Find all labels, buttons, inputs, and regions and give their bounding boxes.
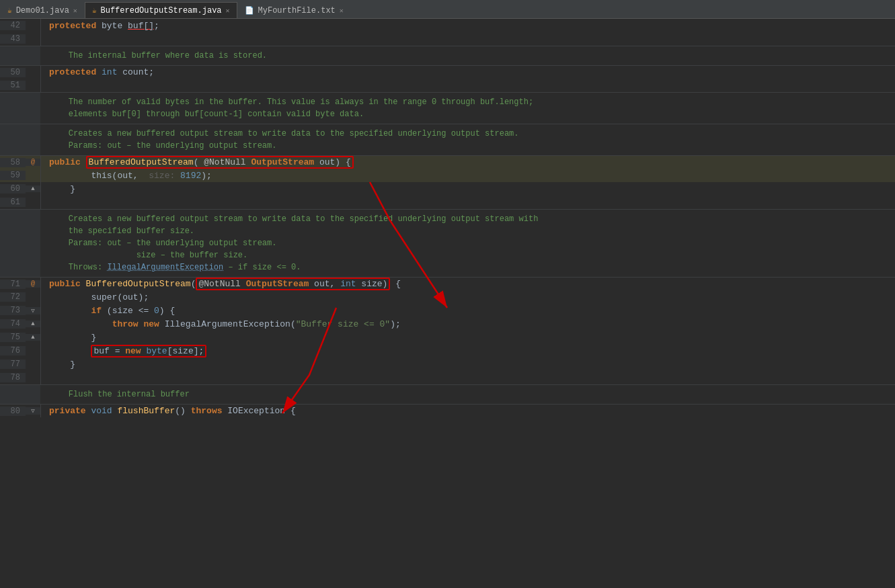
doc-ln-4 xyxy=(0,210,26,277)
line-row-60: 60 ▲ } xyxy=(0,182,895,196)
gutter-sep-51 xyxy=(40,79,41,92)
doc-ln-3 xyxy=(0,124,26,155)
line-row-73: 73 ▽ if (size <= 0) { xyxy=(0,304,895,317)
ln-77: 77 xyxy=(0,360,26,369)
code-76[interactable]: buf = new byte[size]; xyxy=(41,345,895,358)
line-row-74: 74 ▲ throw new IllegalArgumentException(… xyxy=(0,317,895,331)
doc-ln-1 xyxy=(0,46,26,65)
line-row-58: 58 @ public BufferedOutputStream( @NotNu… xyxy=(0,155,895,169)
line-row-51: 51 xyxy=(0,79,895,92)
line-row-71: 71 @ public BufferedOutputStream(@NotNul… xyxy=(0,277,895,290)
tab-close-myfourth[interactable]: ✕ xyxy=(340,7,344,15)
tab-label-myfourth: MyFourthFile.txt xyxy=(258,6,336,15)
code-73[interactable]: if (size <= 0) { xyxy=(41,306,895,316)
gutter-icons-75: ▲ xyxy=(26,334,40,341)
ln-78: 78 xyxy=(0,373,26,382)
doc-ln-5 xyxy=(0,385,26,404)
tab-label-demo01: Demo01.java xyxy=(16,6,69,15)
ln-50: 50 xyxy=(0,68,26,77)
doc-ln-2 xyxy=(0,93,26,124)
line-row-72: 72 super(out); xyxy=(0,290,895,304)
ln-74: 74 xyxy=(0,319,26,329)
tab-demo01[interactable]: ☕ Demo01.java ✕ xyxy=(0,2,85,18)
line-row-43: 43 xyxy=(0,32,895,46)
line-row-77: 77 } xyxy=(0,358,895,371)
code-71[interactable]: public BufferedOutputStream(@NotNull Out… xyxy=(41,278,895,290)
ln-42: 42 xyxy=(0,21,26,30)
doc-text-4: Creates a new buffered output stream to … xyxy=(41,210,538,277)
doc-gutter-2 xyxy=(26,93,40,124)
doc-text-5: Flush the internal buffer xyxy=(41,385,190,404)
code-72[interactable]: super(out); xyxy=(41,292,895,302)
ln-80: 80 xyxy=(0,407,26,416)
doc-section-2: The number of valid bytes in the buffer.… xyxy=(0,92,895,124)
gutter-icons-71: @ xyxy=(26,280,40,288)
code-42[interactable]: protected byte buf[]; xyxy=(41,21,895,31)
tab-label-buffered: BufferedOutputStream.java xyxy=(101,6,222,15)
line-row-61: 61 xyxy=(0,196,895,209)
code-75[interactable]: } xyxy=(41,333,895,343)
line-row-78: 78 xyxy=(0,371,895,384)
editor-main: 42 protected byte buf[]; 43 xyxy=(0,19,895,588)
ln-58: 58 xyxy=(0,158,26,167)
gutter-sep-78 xyxy=(40,371,41,384)
ln-51: 51 xyxy=(0,81,26,90)
ln-59: 59 xyxy=(0,171,26,180)
tab-close-buffered[interactable]: ✕ xyxy=(226,7,230,15)
tab-buffered[interactable]: ☕ BufferedOutputStream.java ✕ xyxy=(85,2,237,18)
line-row-76: 76 buf = new byte[size]; xyxy=(0,344,895,358)
ln-73: 73 xyxy=(0,306,26,315)
line-row-80: 80 ▽ private void flushBuffer() throws I… xyxy=(0,404,895,417)
gutter-icons-74: ▲ xyxy=(26,321,40,327)
all-lines: 42 protected byte buf[]; 43 xyxy=(0,19,895,417)
line-row-50: 50 protected int count; xyxy=(0,65,895,79)
line-row-42: 42 protected byte buf[]; xyxy=(0,19,895,32)
tab-icon-buffered: ☕ xyxy=(92,6,97,15)
tab-icon-myfourth: 📄 xyxy=(245,6,254,15)
editor: 42 protected byte buf[]; 43 xyxy=(0,19,895,588)
tab-bar: ☕ Demo01.java ✕ ☕ BufferedOutputStream.j… xyxy=(0,0,895,19)
doc-section-4: Creates a new buffered output stream to … xyxy=(0,209,895,277)
code-59[interactable]: this(out, size: 8192); xyxy=(41,171,895,181)
ln-76: 76 xyxy=(0,346,26,355)
doc-gutter-5 xyxy=(26,385,40,404)
ln-75: 75 xyxy=(0,333,26,342)
tab-icon-demo01: ☕ xyxy=(7,6,12,15)
doc-gutter-1 xyxy=(26,46,40,65)
ln-72: 72 xyxy=(0,292,26,302)
doc-gutter-4 xyxy=(26,210,40,277)
code-58[interactable]: public BufferedOutputStream( @NotNull Ou… xyxy=(41,156,895,169)
line-row-59: 59 this(out, size: 8192); xyxy=(0,169,895,182)
ln-43: 43 xyxy=(0,34,26,44)
code-77[interactable]: } xyxy=(41,360,895,370)
gutter-icons-80: ▽ xyxy=(26,407,40,415)
doc-text-3: Creates a new buffered output stream to … xyxy=(41,124,519,155)
line-row-75: 75 ▲ } xyxy=(0,331,895,344)
ln-60: 60 xyxy=(0,184,26,194)
doc-text-1: The internal buffer where data is stored… xyxy=(41,46,267,65)
code-80[interactable]: private void flushBuffer() throws IOExce… xyxy=(41,406,895,416)
gutter-icons-60: ▲ xyxy=(26,185,40,192)
doc-section-5: Flush the internal buffer xyxy=(0,384,895,404)
gutter-icons-58: @ xyxy=(26,159,40,166)
code-74[interactable]: throw new IllegalArgumentException("Buff… xyxy=(41,319,895,329)
tab-close-demo01[interactable]: ✕ xyxy=(73,7,77,15)
doc-gutter-3 xyxy=(26,124,40,155)
gutter-icons-73: ▽ xyxy=(26,307,40,314)
code-60[interactable]: } xyxy=(41,184,895,194)
doc-text-2: The number of valid bytes in the buffer.… xyxy=(41,93,533,124)
ln-61: 61 xyxy=(0,198,26,207)
doc-section-3: Creates a new buffered output stream to … xyxy=(0,124,895,155)
code-50[interactable]: protected int count; xyxy=(41,67,895,77)
gutter-sep-43 xyxy=(40,32,41,46)
gutter-sep-61 xyxy=(40,196,41,209)
tab-myfourth[interactable]: 📄 MyFourthFile.txt ✕ xyxy=(237,2,351,18)
ln-71: 71 xyxy=(0,280,26,289)
doc-section-1: The internal buffer where data is stored… xyxy=(0,46,895,65)
code-scroll[interactable]: 42 protected byte buf[]; 43 xyxy=(0,19,895,588)
